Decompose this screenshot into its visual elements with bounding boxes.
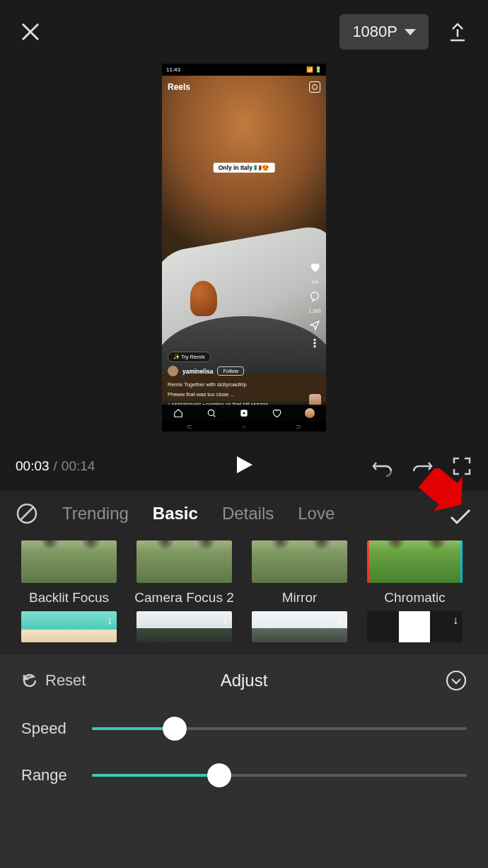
- heart-icon: [309, 262, 320, 273]
- ig-bottom-nav: [162, 405, 326, 422]
- svg-point-13: [447, 671, 465, 690]
- user-row: yaminelisa Follow: [168, 366, 244, 376]
- svg-line-9: [213, 415, 215, 417]
- close-icon[interactable]: [20, 21, 41, 42]
- effect-mirror[interactable]: Mirror: [252, 540, 347, 606]
- effects-tabs: Trending Basic Details Love: [0, 491, 488, 536]
- playback-bar: 00:03/00:14: [0, 440, 488, 492]
- chevron-down-icon: [405, 29, 416, 35]
- range-knob[interactable]: [207, 763, 231, 787]
- redo-icon[interactable]: [412, 456, 433, 477]
- slider-range[interactable]: Range: [21, 766, 467, 785]
- svg-point-5: [314, 339, 315, 340]
- android-nav: ⊂○⊃: [162, 422, 326, 432]
- app-root: 1080P 11:43 📶 🔋 Reels Only in Italy 🇮🇹😍: [0, 0, 488, 868]
- speed-knob[interactable]: [163, 717, 187, 741]
- adjust-panel: Reset Adjust Speed Range: [0, 654, 488, 868]
- preview-area: 11:43 📶 🔋 Reels Only in Italy 🇮🇹😍 1m 1,3…: [0, 64, 488, 439]
- effect-row2-item-3[interactable]: [252, 611, 347, 642]
- speed-track[interactable]: [92, 727, 467, 730]
- collapse-icon[interactable]: [446, 670, 467, 691]
- avatar: [168, 366, 178, 376]
- slider-speed[interactable]: Speed: [21, 719, 467, 738]
- undo-icon[interactable]: [372, 456, 393, 477]
- try-remix-pill: ✨ Try Remix: [168, 352, 211, 362]
- follow-button: Follow: [217, 366, 244, 376]
- effect-backlit-focus[interactable]: Backlit Focus: [21, 540, 117, 606]
- share-icon: [309, 320, 320, 331]
- tab-basic[interactable]: Basic: [153, 504, 198, 523]
- tab-details[interactable]: Details: [222, 504, 274, 523]
- resolution-selector[interactable]: 1080P: [339, 14, 429, 50]
- effect-row2-item-2[interactable]: [136, 611, 232, 642]
- reset-button[interactable]: Reset: [21, 671, 86, 690]
- svg-point-4: [311, 292, 319, 300]
- confirm-check-icon[interactable]: [447, 504, 472, 529]
- video-preview[interactable]: 11:43 📶 🔋 Reels Only in Italy 🇮🇹😍 1m 1,3…: [162, 64, 326, 432]
- range-track[interactable]: [92, 774, 467, 777]
- caption-overlay: Only in Italy 🇮🇹😍: [214, 163, 275, 173]
- svg-point-7: [314, 346, 315, 347]
- effect-chromatic[interactable]: Chromatic: [367, 540, 463, 606]
- export-icon[interactable]: [447, 21, 468, 42]
- reels-header: Reels: [162, 81, 326, 93]
- svg-point-8: [208, 410, 214, 415]
- camera-icon: [309, 81, 320, 93]
- effect-row2-item-1[interactable]: [21, 611, 117, 642]
- tab-love[interactable]: Love: [298, 504, 335, 523]
- time-display: 00:03/00:14: [16, 458, 95, 474]
- effects-grid: Backlit Focus Camera Focus 2 Mirror Chro…: [0, 536, 488, 648]
- play-button[interactable]: [233, 453, 255, 479]
- effects-panel: Trending Basic Details Love Backlit Focu…: [0, 491, 488, 654]
- effect-camera-focus-2[interactable]: Camera Focus 2: [136, 540, 232, 606]
- more-icon: [309, 337, 320, 349]
- engagement-rail: 1m 1,365: [308, 262, 321, 349]
- svg-line-12: [21, 507, 33, 520]
- phone-status-bar: 11:43 📶 🔋: [162, 64, 326, 76]
- adjust-title: Adjust: [221, 671, 268, 690]
- svg-point-6: [314, 342, 315, 344]
- no-effect-icon[interactable]: [16, 502, 38, 525]
- fullscreen-icon[interactable]: [451, 456, 472, 477]
- resolution-label: 1080P: [352, 23, 397, 41]
- top-bar: 1080P: [0, 0, 488, 64]
- comment-icon: [309, 291, 320, 302]
- effect-row2-item-4[interactable]: [367, 611, 463, 642]
- tab-trending[interactable]: Trending: [62, 504, 129, 523]
